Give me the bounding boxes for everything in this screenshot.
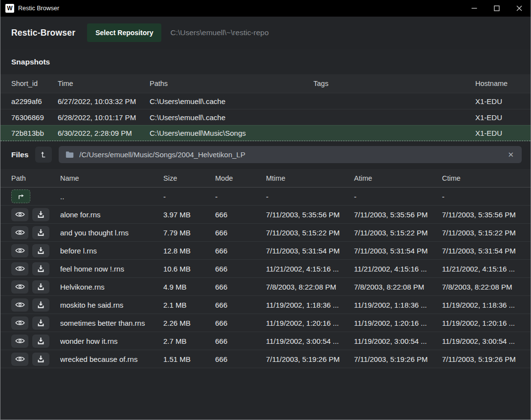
file-row[interactable]: alone for.rns 3.97 MB 666 7/11/2003, 5:3…: [0, 206, 531, 224]
file-atime: 11/19/2002, 3:00:54 ...: [354, 337, 442, 345]
app-window: W Restic Browser Restic-Browser Select R…: [0, 0, 531, 420]
files-col-ctime: Ctime: [442, 174, 526, 182]
close-button[interactable]: [508, 0, 531, 17]
preview-file-button[interactable]: [11, 335, 28, 348]
tree-view-icon: [40, 150, 48, 159]
preview-file-button[interactable]: [11, 280, 28, 294]
eye-icon: [15, 229, 25, 236]
files-col-mode: Mode: [215, 174, 266, 182]
app-title: Restic-Browser: [11, 28, 75, 38]
files-col-name: Name: [60, 174, 163, 182]
eye-icon: [15, 319, 25, 326]
file-mtime: 7/11/2003, 5:19:26 PM: [266, 355, 354, 363]
download-file-button[interactable]: [32, 280, 49, 294]
snapshot-short-id: 72b813bb: [11, 129, 58, 137]
file-row[interactable]: sometimes better than.rns 2.26 MB 666 11…: [0, 314, 531, 332]
file-ctime: 7/8/2003, 8:22:08 PM: [442, 283, 526, 291]
maximize-icon: [494, 5, 500, 11]
file-row[interactable]: before l.rns 12.8 MB 666 7/11/2003, 5:31…: [0, 242, 531, 260]
download-icon: [37, 283, 45, 291]
file-name: before l.rns: [60, 247, 163, 255]
file-atime: 11/19/2002, 1:20:16 ...: [354, 319, 442, 327]
snapshots-col-paths: Paths: [150, 80, 313, 87]
files-col-mtime: Mtime: [266, 174, 354, 182]
preview-file-button[interactable]: [11, 262, 28, 275]
file-mode: 666: [215, 265, 266, 273]
file-mode: 666: [215, 283, 266, 291]
files-col-size: Size: [163, 174, 215, 182]
clear-path-button[interactable]: ✕: [507, 149, 515, 160]
file-size: 7.79 MB: [163, 229, 215, 237]
file-row[interactable]: wrecked because of.rns 1.51 MB 666 7/11/…: [0, 350, 531, 368]
file-mtime: 11/19/2002, 1:18:36 ...: [266, 301, 354, 309]
download-icon: [37, 229, 45, 237]
file-size: 1.51 MB: [163, 355, 215, 363]
eye-icon: [15, 247, 25, 254]
preview-file-button[interactable]: [11, 316, 28, 330]
preview-file-button[interactable]: [11, 244, 28, 257]
file-row[interactable]: feel home now !.rns 10.6 MB 666 11/21/20…: [0, 260, 531, 278]
file-size: 4.9 MB: [163, 283, 215, 291]
file-atime: 11/21/2002, 4:15:16 ...: [354, 265, 442, 273]
maximize-button[interactable]: [486, 0, 508, 17]
file-mtime: 7/11/2003, 5:35:56 PM: [266, 210, 354, 219]
file-ctime: -: [442, 192, 526, 201]
download-file-button[interactable]: [32, 244, 49, 257]
file-ctime: 7/11/2003, 5:15:22 PM: [442, 229, 526, 237]
snapshot-row[interactable]: a2299af6 6/27/2022, 10:03:32 PM C:\Users…: [0, 93, 531, 109]
minimize-button[interactable]: [463, 0, 486, 17]
file-name: alone for.rns: [60, 210, 163, 219]
file-size: 2.7 MB: [163, 337, 215, 345]
file-row[interactable]: and you thought l.rns 7.79 MB 666 7/11/2…: [0, 224, 531, 242]
preview-file-button[interactable]: [11, 353, 28, 366]
tree-view-toggle-button[interactable]: [35, 147, 52, 163]
snapshot-row-selected[interactable]: 72b813bb 6/30/2022, 2:28:09 PM C:\Users\…: [0, 125, 531, 141]
snapshot-hostname: X1-EDU: [475, 113, 523, 122]
snapshot-hostname: X1-EDU: [475, 129, 523, 137]
preview-file-button[interactable]: [11, 208, 28, 221]
snapshot-paths: C:\Users\emuell\Music\Songs: [150, 129, 313, 137]
eye-icon: [15, 301, 25, 308]
preview-file-button[interactable]: [11, 226, 28, 239]
snapshots-col-time: Time: [58, 80, 150, 87]
file-row[interactable]: Helvikone.rns 4.9 MB 666 7/8/2003, 8:22:…: [0, 278, 531, 296]
file-name: sometimes better than.rns: [60, 319, 163, 327]
file-ctime: 11/19/2002, 3:00:54 ...: [442, 337, 526, 345]
file-mode: 666: [215, 301, 266, 309]
snapshot-row[interactable]: 76306869 6/28/2022, 10:01:17 PM C:\Users…: [0, 109, 531, 125]
file-name: ..: [60, 192, 163, 201]
file-size: 12.8 MB: [163, 247, 215, 255]
folder-icon: [66, 151, 74, 158]
download-file-button[interactable]: [32, 262, 49, 275]
download-file-button[interactable]: [32, 226, 49, 239]
files-col-path: Path: [11, 174, 60, 182]
download-file-button[interactable]: [32, 335, 49, 348]
file-mtime: 7/11/2003, 5:31:54 PM: [266, 247, 354, 255]
snapshots-heading: Snapshots: [0, 49, 531, 74]
file-name: feel home now !.rns: [60, 265, 163, 273]
file-mtime: 11/19/2002, 1:20:16 ...: [266, 319, 354, 327]
current-path: /C/Users/emuell/Music/Songs/2004_Helveti…: [79, 150, 501, 159]
select-repository-button[interactable]: Select Repository: [87, 23, 161, 42]
file-mtime: 11/19/2002, 3:00:54 ...: [266, 337, 354, 345]
file-row[interactable]: wonder how it.rns 2.7 MB 666 11/19/2002,…: [0, 332, 531, 350]
file-mode: -: [215, 192, 266, 201]
file-atime: 7/11/2003, 5:35:56 PM: [354, 210, 442, 219]
file-ctime: 7/11/2003, 5:31:54 PM: [442, 247, 526, 255]
download-icon: [37, 337, 45, 345]
download-file-button[interactable]: [32, 353, 49, 366]
file-mode: 666: [215, 337, 266, 345]
current-path-bar[interactable]: /C/Users/emuell/Music/Songs/2004_Helveti…: [59, 146, 522, 163]
files-table-header: Path Name Size Mode Mtime Atime Ctime: [0, 169, 531, 188]
file-row-parent[interactable]: .. - - - - -: [0, 188, 531, 206]
download-file-button[interactable]: [32, 298, 49, 312]
download-file-button[interactable]: [32, 316, 49, 330]
download-file-button[interactable]: [32, 208, 49, 221]
file-name: and you thought l.rns: [60, 229, 163, 237]
go-up-directory-button[interactable]: [11, 189, 30, 203]
titlebar: W Restic Browser: [0, 0, 531, 17]
preview-file-button[interactable]: [11, 298, 28, 312]
window-title: Restic Browser: [18, 5, 59, 12]
repository-path: C:\Users\emuell\~\restic-repo: [170, 28, 268, 37]
file-row[interactable]: moskito he said.rns 2.1 MB 666 11/19/200…: [0, 296, 531, 314]
